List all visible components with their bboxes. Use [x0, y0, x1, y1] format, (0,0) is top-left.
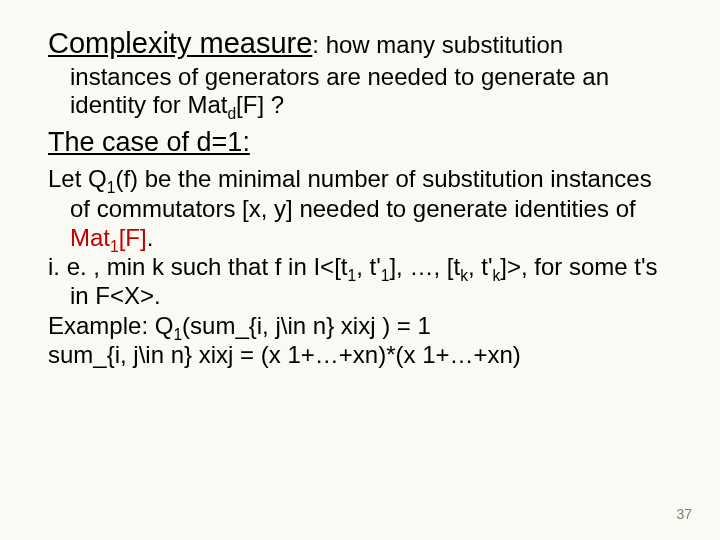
- p1-end: .: [147, 224, 154, 251]
- p1-red-post: [F]: [119, 224, 147, 251]
- p2-s1: 1: [347, 267, 356, 284]
- heading-title: Complexity measure: [48, 27, 312, 59]
- body-text: Let Q1(f) be the minimal number of subst…: [48, 164, 672, 369]
- p1-red-pre: Mat: [70, 224, 110, 251]
- p2-c: ], …, [t: [389, 253, 460, 280]
- paragraph-1: Let Q1(f) be the minimal number of subst…: [48, 164, 672, 252]
- heading-tail-b2-sub: d: [227, 105, 236, 122]
- paragraph-3: Example: Q1(sum_{i, j\in n} xixj ) = 1: [48, 311, 672, 340]
- p3-a: Example: Q: [48, 312, 173, 339]
- page-number: 37: [676, 506, 692, 522]
- heading-tail-b1: instances of generators are needed to ge…: [70, 63, 609, 90]
- p2-b: , t': [356, 253, 381, 280]
- case-heading: The case of d=1:: [48, 127, 672, 158]
- p2-d: , t': [468, 253, 493, 280]
- heading-tail-b2-post: [F] ?: [236, 91, 284, 118]
- heading-line-1: Complexity measure: how many substitutio…: [48, 26, 672, 61]
- paragraph-4: sum_{i, j\in n} xixj = (x 1+…+xn)*(x 1+……: [48, 340, 672, 369]
- heading-continuation: instances of generators are needed to ge…: [70, 63, 672, 120]
- p1-red: Mat1[F]: [70, 224, 147, 251]
- p1-b: (f) be the minimal number of substitutio…: [70, 165, 652, 221]
- slide: Complexity measure: how many substitutio…: [0, 0, 720, 540]
- p1-a: Let Q: [48, 165, 107, 192]
- paragraph-2: i. e. , min k such that f in I<[t1, t'1]…: [48, 252, 672, 311]
- heading-tail-a: : how many substitution: [312, 31, 563, 58]
- p2-s3: k: [460, 267, 468, 284]
- p2-a: i. e. , min k such that f in I<[t: [48, 253, 347, 280]
- heading-tail-b2-pre: identity for Mat: [70, 91, 227, 118]
- p3-b: (sum_{i, j\in n} xixj ) = 1: [182, 312, 431, 339]
